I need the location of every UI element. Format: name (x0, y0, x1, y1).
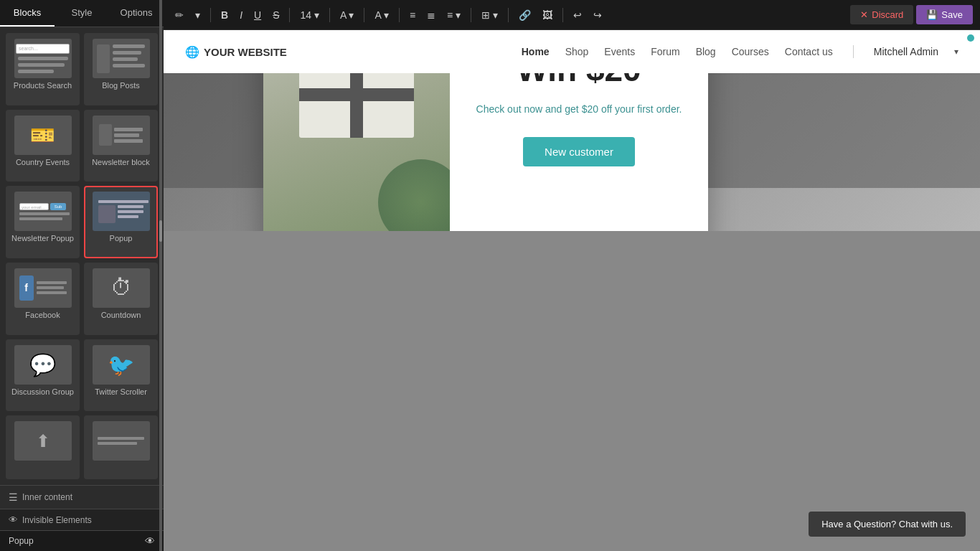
popup-overlay: × Win $20 Check out now and get $20 off … (164, 73, 980, 188)
block-label-facebook: Facebook (25, 311, 60, 319)
gift-box (299, 73, 414, 138)
nav-user[interactable]: Mitchell Admin (874, 46, 938, 57)
ordered-list-btn[interactable]: ≣ (423, 6, 440, 24)
popup-content: × Win $20 Check out now and get $20 off … (450, 73, 708, 231)
link-btn[interactable]: 🔗 (514, 6, 535, 24)
nav-divider (853, 45, 854, 58)
block-label-products-search: Products Search (14, 81, 72, 90)
website-nav: 🌐 YOUR WEBSITE Home Shop Events Forum Bl… (164, 30, 980, 73)
save-button[interactable]: 💾 Save (916, 5, 973, 24)
popup-icon (93, 192, 150, 231)
block-extra-1[interactable]: ⬆ (6, 415, 80, 479)
inner-content-label: Inner content (22, 492, 72, 502)
newsletter-popup-icon: your email... Sub (14, 192, 72, 231)
underline-btn[interactable]: U (250, 6, 265, 24)
twitter-scroller-icon: 🐦 (93, 345, 150, 385)
gift-ribbon-vertical (350, 73, 363, 138)
popup-bottom-bar: Popup 👁 (0, 530, 164, 551)
nav-events[interactable]: Events (604, 46, 635, 57)
block-label-newsletter-popup: Newsletter Popup (11, 234, 74, 242)
website-logo: 🌐 YOUR WEBSITE (185, 45, 287, 59)
color-btn[interactable]: A ▾ (370, 6, 392, 24)
nav-shop[interactable]: Shop (565, 46, 589, 57)
unordered-list-btn[interactable]: ≡ (405, 6, 420, 24)
popup-subtitle-text: Check out now and get $20 off your first… (476, 103, 682, 115)
block-countdown[interactable]: ⏱ Countdown (84, 263, 158, 335)
nav-forum[interactable]: Forum (651, 46, 679, 57)
block-label-newsletter-block: Newsletter block (92, 158, 150, 166)
undo-btn[interactable]: ↩ (569, 6, 586, 24)
discard-button[interactable]: ✕ Discard (850, 5, 913, 24)
popup-image (263, 73, 450, 231)
tab-options[interactable]: Options (109, 0, 164, 27)
dot-indicator (967, 34, 974, 42)
font-size-value: 14 (300, 9, 311, 21)
toolbar-sep-8 (562, 8, 563, 22)
sidebar: Blocks Style Options search... Products (0, 0, 164, 551)
countdown-icon: ⏱ (93, 268, 150, 308)
website-preview: 🌐 YOUR WEBSITE Home Shop Events Forum Bl… (164, 30, 980, 551)
block-newsletter-popup[interactable]: your email... Sub Newsletter Popup (6, 186, 80, 258)
popup-box: × Win $20 Check out now and get $20 off … (263, 73, 708, 231)
block-discussion-group[interactable]: 💬 Discussion Group (6, 339, 80, 412)
sidebar-scroll-thumb (159, 220, 162, 242)
block-label-twitter-scroller: Twitter Scroller (95, 387, 147, 396)
toolbar-sep-7 (508, 8, 509, 22)
save-icon: 💾 (926, 9, 938, 20)
nav-home[interactable]: Home (522, 46, 550, 57)
block-country-events[interactable]: 🎫 Country Events (6, 110, 80, 182)
block-twitter-scroller[interactable]: 🐦 Twitter Scroller (84, 339, 158, 412)
pen-dropdown-btn[interactable]: ▾ (191, 6, 204, 24)
sidebar-scrollbar[interactable] (159, 0, 162, 551)
font-family-btn[interactable]: A ▾ (336, 6, 358, 24)
invisible-elements-bar[interactable]: 👁 Invisible Elements (0, 509, 164, 530)
block-extra-2[interactable] (84, 415, 158, 479)
new-customer-button[interactable]: New customer (523, 137, 635, 166)
popup-visibility-toggle[interactable]: 👁 (145, 535, 155, 547)
toolbar-sep-1 (210, 8, 211, 22)
block-blog-posts[interactable]: Blog Posts (84, 33, 158, 105)
blocks-grid: search... Products Search (0, 27, 164, 485)
hero-area: × Win $20 Check out now and get $20 off … (164, 73, 980, 231)
block-popup[interactable]: Popup (84, 186, 158, 258)
country-events-icon: 🎫 (14, 116, 72, 155)
italic-btn[interactable]: I (235, 6, 247, 24)
extra-2-icon (93, 421, 150, 461)
facebook-icon: f (14, 268, 72, 308)
toolbar-sep-3 (329, 8, 330, 22)
website-logo-text: YOUR WEBSITE (204, 46, 287, 58)
block-facebook[interactable]: f Facebook (6, 263, 80, 335)
toolbar-sep-6 (471, 8, 471, 22)
inner-content-bar[interactable]: ☰ Inner content (0, 485, 164, 509)
block-products-search[interactable]: search... Products Search (6, 33, 80, 105)
products-search-icon: search... (14, 39, 72, 78)
strikethrough-btn[interactable]: S (268, 6, 283, 24)
nav-courses[interactable]: Courses (732, 46, 769, 57)
align-btn[interactable]: ≡ ▾ (443, 6, 465, 24)
font-size-btn[interactable]: 14 ▾ (296, 6, 323, 24)
bold-btn[interactable]: B (217, 6, 232, 24)
tab-style[interactable]: Style (55, 0, 109, 27)
newsletter-block-icon (93, 116, 150, 155)
invisible-elements-label: Invisible Elements (22, 515, 92, 525)
block-label-countdown: Countdown (101, 311, 141, 319)
block-label-blog-posts: Blog Posts (102, 81, 140, 90)
main-area: ✏ ▾ B I U S 14 ▾ A ▾ A ▾ ≡ ≣ ≡ ▾ ⊞ ▾ 🔗 🖼… (164, 0, 980, 551)
pen-tool-btn[interactable]: ✏ (171, 6, 188, 24)
nav-blog[interactable]: Blog (696, 46, 716, 57)
toolbar-sep-4 (364, 8, 364, 22)
block-newsletter-block[interactable]: Newsletter block (84, 110, 158, 182)
redo-btn[interactable]: ↪ (589, 6, 606, 24)
block-label-country-events: Country Events (16, 158, 70, 166)
image-btn[interactable]: 🖼 (538, 6, 557, 24)
popup-subtitle: Check out now and get $20 off your first… (476, 102, 682, 117)
nav-links: Home Shop Events Forum Blog Courses Cont… (522, 45, 958, 58)
nav-user-dropdown[interactable]: ▾ (954, 47, 958, 57)
nav-contact[interactable]: Contact us (785, 46, 833, 57)
tab-blocks[interactable]: Blocks (0, 0, 55, 27)
popup-title: Win $20 (517, 73, 641, 88)
table-btn[interactable]: ⊞ ▾ (477, 6, 502, 24)
block-label-discussion-group: Discussion Group (11, 387, 74, 396)
blog-posts-icon (93, 39, 150, 78)
chat-button[interactable]: Have a Question? Chat with us. (809, 512, 966, 537)
